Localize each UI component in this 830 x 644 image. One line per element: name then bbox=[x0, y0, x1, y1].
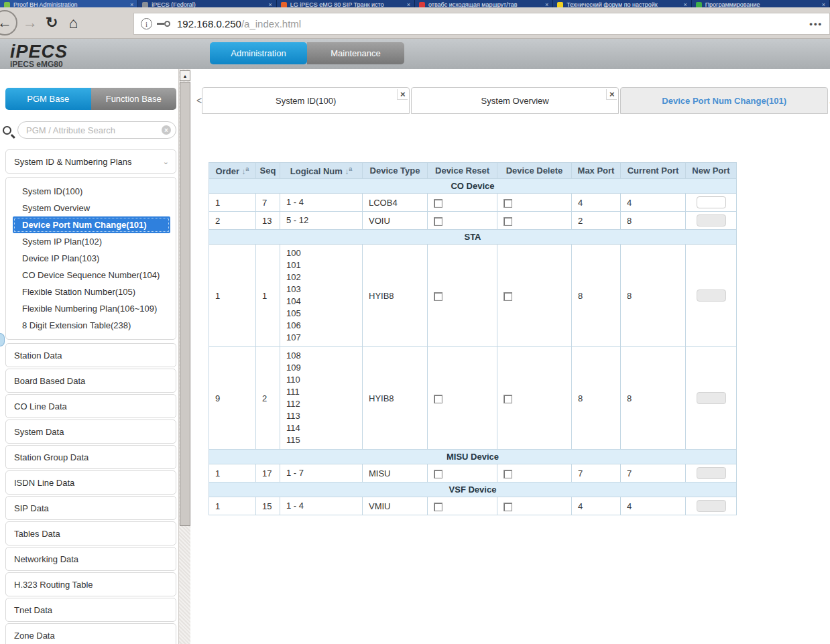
device-reset-checkbox[interactable] bbox=[434, 199, 442, 208]
sidebar-section-system-data[interactable]: System Data bbox=[5, 420, 176, 444]
cell-max-port: 2 bbox=[572, 212, 621, 230]
accordion-system-id-numbering-plans[interactable]: System ID & Numbering Plans ⌄ bbox=[5, 149, 176, 174]
sidebar-item-flexible-station-number-105-[interactable]: Flexible Station Number(105) bbox=[13, 283, 170, 300]
browser-tab-1[interactable]: iPECS (Fedoral)× bbox=[138, 0, 276, 7]
browser-tab-close-icon[interactable]: × bbox=[130, 1, 133, 7]
sidebar-section-h-323-routing-table[interactable]: H.323 Routing Table bbox=[5, 572, 176, 596]
sidebar-section-station-group-data[interactable]: Station Group Data bbox=[5, 445, 176, 469]
sidebar-scrollbar[interactable]: ▲ bbox=[178, 69, 190, 644]
cell-current-port: 8 bbox=[621, 212, 686, 230]
device-delete-checkbox[interactable] bbox=[503, 199, 512, 208]
mode-tab-administration[interactable]: Administration bbox=[210, 42, 307, 64]
column-header-order[interactable]: Order ↓a bbox=[209, 163, 256, 179]
new-port-input[interactable] bbox=[697, 196, 726, 208]
cell-logical-num: 100101102103104105106107 bbox=[280, 245, 363, 347]
device-delete-checkbox[interactable] bbox=[503, 292, 512, 301]
sidebar-item-flexible-numbering-plan-106-109-[interactable]: Flexible Numbering Plan(106~109) bbox=[13, 300, 170, 317]
site-info-icon[interactable]: i bbox=[141, 18, 152, 29]
content-tab-system-id-100-[interactable]: System ID(100)× bbox=[202, 87, 410, 114]
column-label: Order bbox=[216, 166, 239, 176]
device-reset-checkbox[interactable] bbox=[434, 503, 442, 511]
device-reset-checkbox[interactable] bbox=[434, 292, 442, 301]
sidebar-item-system-ip-plan-102-[interactable]: System IP Plan(102) bbox=[13, 233, 170, 250]
chevron-down-icon: ⌄ bbox=[163, 157, 169, 166]
sidebar-section-station-data[interactable]: Station Data bbox=[5, 343, 176, 367]
search-input[interactable] bbox=[17, 121, 176, 139]
sidebar-section-co-line-data[interactable]: CO Line Data bbox=[5, 394, 176, 418]
sidebar-item-8-digit-extension-table-238-[interactable]: 8 Digit Extension Table(238) bbox=[13, 317, 170, 334]
content-tab-device-port-num-change-101-[interactable]: Device Port Num Change(101) bbox=[620, 87, 828, 114]
sort-icon[interactable]: ↓a bbox=[343, 167, 352, 176]
column-label: Device Type bbox=[370, 166, 420, 176]
device-reset-checkbox[interactable] bbox=[434, 217, 442, 226]
forward-icon[interactable]: → bbox=[23, 15, 38, 30]
device-delete-checkbox[interactable] bbox=[503, 470, 512, 478]
browser-tab-5[interactable]: Программирование× bbox=[692, 0, 830, 7]
cell-seq: 17 bbox=[256, 464, 280, 482]
device-delete-checkbox[interactable] bbox=[503, 395, 512, 403]
address-bar[interactable]: i 192.168.0.250 /a_index.html ••• bbox=[133, 13, 830, 35]
tab-scroll-left-icon[interactable]: < bbox=[196, 87, 202, 114]
browser-tab-close-icon[interactable]: × bbox=[268, 1, 272, 7]
cell-new-port bbox=[686, 194, 737, 212]
sidebar-section-isdn-line-data[interactable]: ISDN Line Data bbox=[5, 470, 176, 495]
section-label-misu-device: MISU Device bbox=[209, 450, 737, 464]
cell-seq: 15 bbox=[256, 497, 280, 515]
browser-tab-2[interactable]: LG iPECS eMG 80 SIP Транк исто× bbox=[277, 0, 415, 7]
sidebar-item-device-ip-plan-103-[interactable]: Device IP Plan(103) bbox=[13, 250, 170, 267]
sidebar-section-sip-data[interactable]: SIP Data bbox=[5, 496, 176, 520]
sidebar-section-tables-data[interactable]: Tables Data bbox=[5, 521, 176, 545]
search-clear-icon[interactable]: × bbox=[162, 125, 171, 135]
sidebar-item-system-overview[interactable]: System Overview bbox=[13, 200, 170, 216]
sidebar-section-tnet-data[interactable]: Tnet Data bbox=[5, 598, 176, 622]
cell-current-port: 4 bbox=[621, 497, 686, 515]
browser-toolbar: ← → ↻ ⌂ i 192.168.0.250 /a_index.html ••… bbox=[0, 7, 830, 39]
browser-tab-0[interactable]: Proof BH Administration× bbox=[0, 0, 138, 7]
device-reset-checkbox[interactable] bbox=[434, 395, 442, 403]
sidebar-item-co-device-sequence-number-104-[interactable]: CO Device Sequence Number(104) bbox=[13, 267, 170, 283]
page-actions-icon[interactable]: ••• bbox=[809, 19, 823, 29]
sidebar-item-device-port-num-change-101-[interactable]: Device Port Num Change(101) bbox=[13, 216, 170, 233]
column-header-device-type: Device Type bbox=[363, 163, 428, 179]
browser-tab-4[interactable]: Технический форум по настройк× bbox=[553, 0, 691, 7]
browser-tab-close-icon[interactable]: × bbox=[545, 1, 548, 7]
back-button[interactable]: ← bbox=[0, 10, 17, 36]
cell-order: 1 bbox=[209, 497, 256, 515]
sidebar-item-system-id-100-[interactable]: System ID(100) bbox=[13, 183, 170, 200]
home-icon[interactable]: ⌂ bbox=[68, 15, 78, 31]
sidebar-section-zone-data[interactable]: Zone Data bbox=[5, 623, 176, 644]
device-delete-checkbox[interactable] bbox=[503, 217, 512, 226]
logical-num-line: 1 - 4 bbox=[286, 196, 359, 208]
mode-tab-maintenance[interactable]: Maintenance bbox=[307, 42, 404, 64]
cell-device-delete bbox=[497, 194, 572, 212]
content-tab-system-overview[interactable]: System Overview× bbox=[411, 87, 619, 114]
cell-device-reset bbox=[428, 194, 497, 212]
scrollbar-thumb[interactable] bbox=[180, 82, 190, 526]
logical-num-line: 113 bbox=[286, 410, 359, 422]
browser-tab-close-icon[interactable]: × bbox=[683, 1, 687, 7]
close-icon[interactable]: × bbox=[606, 89, 617, 100]
sidebar-section-networking-data[interactable]: Networking Data bbox=[5, 547, 176, 571]
scrollbar-up-icon[interactable]: ▲ bbox=[180, 70, 190, 81]
content-tab-label: Device Port Num Change(101) bbox=[662, 96, 786, 106]
sidebar-section-board-based-data[interactable]: Board Based Data bbox=[5, 369, 176, 393]
column-header-logical-num[interactable]: Logical Num ↓a bbox=[280, 163, 363, 179]
model-label: iPECS eMG80 bbox=[10, 60, 63, 69]
reload-icon[interactable]: ↻ bbox=[46, 15, 58, 30]
browser-tab-3[interactable]: отвабс исходящая маршрут/тав× bbox=[415, 0, 553, 7]
browser-tab-favicon bbox=[142, 2, 148, 7]
cell-device-type: VMIU bbox=[363, 497, 428, 515]
device-reset-checkbox[interactable] bbox=[434, 470, 442, 478]
close-icon[interactable]: × bbox=[397, 89, 408, 100]
content-tab-label: System Overview bbox=[481, 96, 549, 106]
device-delete-checkbox[interactable] bbox=[503, 503, 512, 511]
back-icon: ← bbox=[0, 15, 12, 30]
base-tab-function-base[interactable]: Function Base bbox=[91, 88, 177, 110]
base-tab-pgm-base[interactable]: PGM Base bbox=[5, 88, 91, 110]
sort-icon[interactable]: ↓a bbox=[239, 167, 249, 176]
browser-tab-close-icon[interactable]: × bbox=[822, 1, 825, 7]
browser-tab-close-icon[interactable]: × bbox=[407, 1, 410, 7]
section-label-sta: STA bbox=[209, 230, 737, 245]
table-row: 171 - 4LCOB444 bbox=[209, 194, 737, 212]
cell-device-delete bbox=[497, 245, 572, 347]
